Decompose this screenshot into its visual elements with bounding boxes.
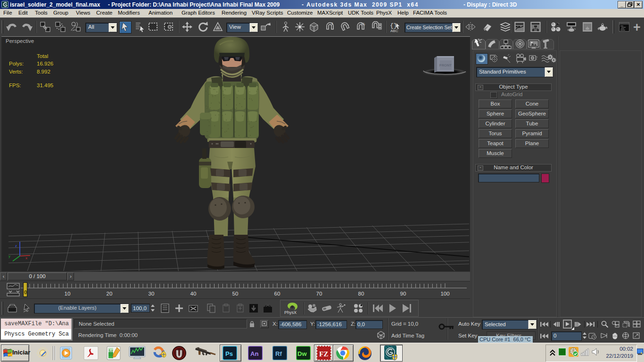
svg-text:40: 40 — [190, 291, 197, 296]
svg-text:Ps: Ps — [225, 350, 233, 357]
svg-text:70: 70 — [316, 291, 322, 296]
svg-text:ABC: ABC — [390, 29, 398, 33]
svg-text:3: 3 — [331, 22, 333, 26]
svg-text:20: 20 — [107, 291, 113, 296]
svg-text:90: 90 — [400, 291, 406, 296]
svg-text:60: 60 — [274, 291, 281, 296]
svg-text:PhysX: PhysX — [284, 310, 297, 315]
svg-text:80: 80 — [358, 291, 364, 296]
svg-text:y: y — [8, 254, 10, 258]
svg-text:x: x — [25, 256, 27, 260]
svg-text:100: 100 — [440, 291, 449, 296]
svg-text:z: z — [15, 244, 17, 248]
svg-text:10: 10 — [65, 291, 71, 296]
svg-text:Rf: Rf — [275, 350, 282, 357]
svg-text:FZ: FZ — [319, 350, 328, 358]
svg-text:50: 50 — [232, 291, 239, 296]
svg-text:30: 30 — [149, 291, 155, 296]
svg-text:%: % — [361, 22, 365, 26]
svg-text:An: An — [250, 350, 258, 357]
svg-text:FRONT: FRONT — [439, 63, 452, 67]
svg-text:Dw: Dw — [297, 350, 307, 357]
